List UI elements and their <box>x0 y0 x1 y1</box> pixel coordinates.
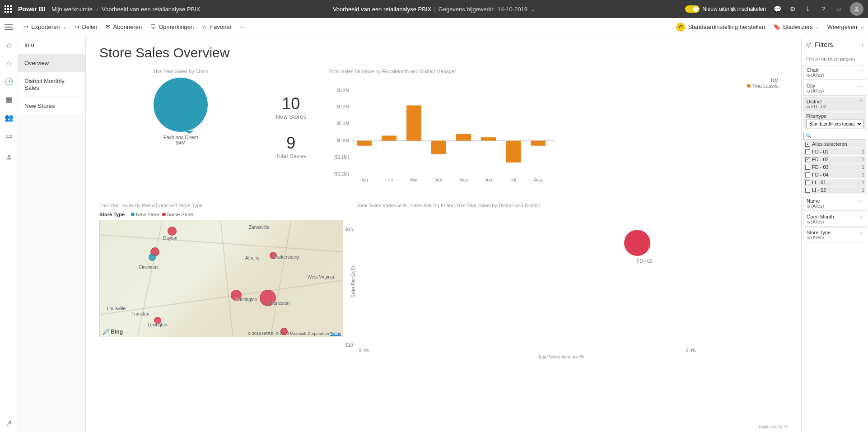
pie-chart-visual[interactable]: This Year Sales by Chain Fashions Direct… <box>99 69 262 185</box>
chat-icon[interactable]: 💬 <box>773 5 781 13</box>
download-icon[interactable]: ⭳ <box>804 5 812 13</box>
tab-new-stores[interactable]: New Stores <box>18 97 85 115</box>
more-button[interactable]: ⋯ <box>239 23 245 30</box>
share-icon: ↪ <box>75 23 79 30</box>
filter-check-item[interactable]: FD - 011 <box>803 148 866 156</box>
map-visual[interactable]: This Year Sales by PostalCode and Store … <box>99 203 343 347</box>
apps-icon[interactable]: ▦ <box>5 95 14 104</box>
subscribe-button[interactable]: ✉ Abonneren <box>106 23 142 30</box>
shared-icon[interactable]: 👥 <box>5 113 14 122</box>
svg-text:May: May <box>459 177 468 182</box>
svg-rect-19 <box>481 137 496 140</box>
bar-chart-svg: $0.3M$0.2M$0.1M$0.0M($0.1M)($0.2M)JanFeb… <box>329 88 555 183</box>
svg-point-1 <box>8 155 10 157</box>
favorite-button[interactable]: ☆ Favoriet <box>202 23 231 30</box>
bar-chart-visual[interactable]: Total Sales Variance by FiscalMonth and … <box>329 69 788 185</box>
scatter-canvas: Sales Per Sq Ft $15 $10 FD - 02 -0.4% -0… <box>357 212 788 347</box>
filter-check-item[interactable]: LI - 011 <box>803 179 866 186</box>
help-icon[interactable]: ? <box>819 5 827 13</box>
filters-header[interactable]: ▽ Filters › <box>802 36 868 53</box>
filter-card-city[interactable]: City is (Alles) ⌄ <box>803 81 866 96</box>
scatter-point-label: FD - 02 <box>637 259 652 264</box>
legend-dot-new-icon <box>131 213 135 216</box>
filter-check-item[interactable]: FD - 021 <box>803 156 866 163</box>
filter-value: is (Alles) <box>807 235 863 240</box>
svg-text:Apr: Apr <box>435 177 442 182</box>
nav-toggle-icon[interactable] <box>5 24 13 30</box>
map-point[interactable] <box>168 227 177 236</box>
map-terms-link[interactable]: Terms <box>330 331 341 336</box>
expand-filters-icon[interactable]: › <box>862 42 863 48</box>
recent-clock-icon[interactable]: 🕓 <box>5 77 14 86</box>
favorites-star-icon[interactable]: ☆ <box>5 59 14 68</box>
pie-subtitle: This Year Sales by Chain <box>99 69 262 74</box>
filter-card-store-type[interactable]: Store Type is (Alles) ⌄ <box>803 228 866 242</box>
main-layout: ⌂ ☆ 🕓 ▦ 👥 ▭ ↗ Info Overview District Mon… <box>0 36 868 432</box>
tab-overview[interactable]: Overview <box>18 54 85 72</box>
map-canvas[interactable]: 🔎 Bing © 2019 HERE, © 2019 Microsoft Cor… <box>99 220 343 337</box>
comments-button[interactable]: 🗨 Opmerkingen <box>150 23 194 30</box>
filter-check-item[interactable]: LI - 021 <box>803 186 866 194</box>
kpi-new-stores[interactable]: 10 New Stores <box>275 94 307 120</box>
breadcrumb-sep: › <box>96 6 98 13</box>
rail-avatar-icon[interactable] <box>5 153 14 162</box>
pie-value: $4M <box>163 140 198 145</box>
filter-card-open-month[interactable]: Open Month is (Alles) ⌄ <box>803 212 866 227</box>
tab-info[interactable]: Info <box>18 36 85 54</box>
legend-series: Tina Lassila <box>752 83 779 88</box>
subscribe-label: Abonneren <box>113 23 142 30</box>
settings-gear-icon[interactable]: ⚙ <box>789 5 797 13</box>
view-button[interactable]: Weergeven ⌄ <box>827 23 863 30</box>
breadcrumb: Mijn werkruimte › Voorbeeld van een reta… <box>51 6 201 13</box>
checkbox-icon[interactable] <box>805 149 810 154</box>
legend-title: Store Type <box>99 212 125 217</box>
new-look-toggle[interactable] <box>685 5 700 13</box>
filtertype-select[interactable]: Standaardfilters toepassen <box>806 120 863 128</box>
tab-district-monthly-sales[interactable]: District Monthly Sales <box>18 72 85 97</box>
svg-rect-23 <box>531 141 546 146</box>
share-button[interactable]: ↪ Delen <box>75 23 98 30</box>
new-look-label: Nieuw uiterlijk inschakelen <box>702 6 766 12</box>
filter-card-chain[interactable]: Chain is (Alles) ⌄ <box>803 65 866 80</box>
breadcrumb-report[interactable]: Voorbeeld van een retailanalyse PBIX <box>102 6 200 13</box>
scatter-visual[interactable]: Total Sales Variance %, Sales Per Sq Ft … <box>357 203 788 347</box>
chevron-down-icon[interactable]: ⌄ <box>530 6 535 13</box>
check-label: FD - 01 <box>812 149 829 154</box>
chevron-down-icon: ⌄ <box>816 24 819 29</box>
filter-name: Chain <box>807 67 863 73</box>
filter-name: Open Month <box>807 214 863 219</box>
reset-default-button[interactable]: ↶ Standaardinstelling herstellen <box>676 23 765 32</box>
kpi-total-stores[interactable]: 9 Total Stores <box>275 134 307 159</box>
breadcrumb-workspace[interactable]: Mijn werkruimte <box>51 6 93 13</box>
export-button[interactable]: ↦ Exporteren ⌄ <box>23 23 66 30</box>
bookmarks-button[interactable]: 🔖 Bladwijzers ⌄ <box>773 23 819 30</box>
filter-card-name[interactable]: Name is (Alles) ⌄ <box>803 196 866 211</box>
checkbox-icon[interactable] <box>805 188 810 193</box>
checkbox-indeterminate-icon[interactable] <box>805 142 810 147</box>
workspace-icon[interactable]: ▭ <box>5 131 14 140</box>
filter-name: Name <box>807 198 863 204</box>
check-label: LI - 01 <box>812 180 826 185</box>
map-point[interactable] <box>149 254 156 261</box>
filter-check-select-all[interactable]: Alles selecteren <box>803 140 866 148</box>
svg-rect-15 <box>431 141 446 154</box>
home-icon[interactable]: ⌂ <box>5 41 14 50</box>
filter-check-item[interactable]: FD - 041 <box>803 171 866 179</box>
map-point[interactable] <box>280 328 288 335</box>
app-launcher-icon[interactable] <box>5 5 12 13</box>
checkbox-icon[interactable] <box>805 157 810 162</box>
scatter-point[interactable] <box>624 230 650 256</box>
check-count: 1 <box>862 180 864 185</box>
checkbox-icon[interactable] <box>805 165 810 170</box>
checkbox-icon[interactable] <box>805 172 810 177</box>
smiley-feedback-icon[interactable]: ☺ <box>835 5 843 13</box>
filter-card-district[interactable]: District is FD - 02 ⌃ <box>803 97 866 111</box>
checkbox-icon[interactable] <box>805 180 810 185</box>
export-icon: ↦ <box>23 23 28 30</box>
filter-search-input[interactable] <box>803 132 866 139</box>
expand-arrow-icon[interactable]: ↗ <box>5 418 14 427</box>
filter-check-item[interactable]: FD - 031 <box>803 163 866 171</box>
top-row: This Year Sales by Chain Fashions Direct… <box>99 69 788 185</box>
map-city-label: Huntington <box>235 297 257 302</box>
user-avatar[interactable] <box>850 2 863 16</box>
